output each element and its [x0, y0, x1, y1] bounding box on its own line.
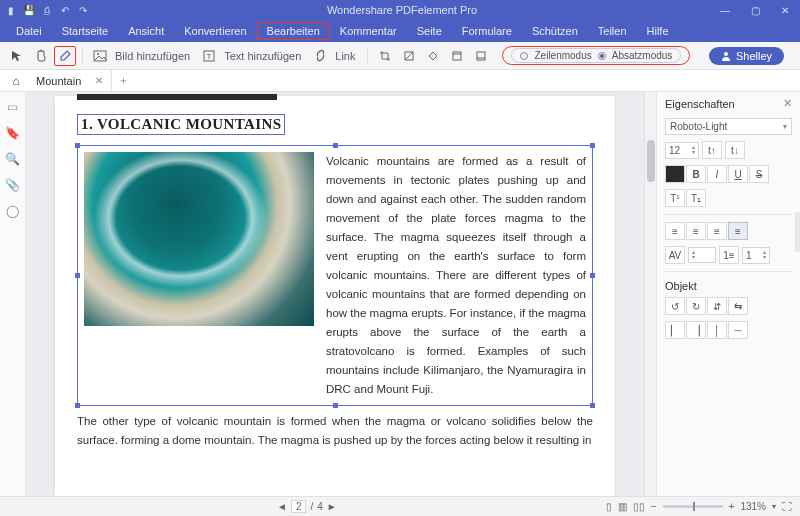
minimize-button[interactable]: —	[710, 0, 740, 20]
rotate-left-button[interactable]: ↺	[665, 297, 685, 315]
text-selection-box[interactable]: Volcanic mountains are formed as a resul…	[77, 145, 593, 406]
add-text-label[interactable]: Text hinzufügen	[222, 50, 307, 62]
thumbnails-icon[interactable]: ▭	[7, 100, 18, 114]
tab-close-icon[interactable]: ✕	[95, 75, 103, 86]
add-tab-button[interactable]: ＋	[112, 70, 134, 91]
edit-tool[interactable]	[54, 46, 76, 66]
save-icon[interactable]: 💾	[22, 3, 36, 17]
shrink-font-button[interactable]: t↓	[725, 141, 745, 159]
subscript-button[interactable]: T₁	[686, 189, 706, 207]
link-label[interactable]: Link	[333, 50, 361, 62]
page-decoration-bar	[77, 94, 277, 100]
menu-seite[interactable]: Seite	[407, 22, 452, 40]
text-icon[interactable]: T	[198, 46, 220, 66]
header-footer-tool[interactable]	[446, 46, 468, 66]
menu-teilen[interactable]: Teilen	[588, 22, 637, 40]
add-image-label[interactable]: Bild hinzufügen	[113, 50, 196, 62]
page-sep: /	[310, 501, 313, 512]
menu-startseite[interactable]: Startseite	[52, 22, 118, 40]
page-next-icon[interactable]: ►	[327, 501, 337, 512]
app-title: Wondershare PDFelement Pro	[94, 4, 710, 16]
flip-horizontal-button[interactable]: ⇆	[728, 297, 748, 315]
obj-align-center-button[interactable]: │	[707, 321, 727, 339]
image-icon[interactable]	[89, 46, 111, 66]
menu-ansicht[interactable]: Ansicht	[118, 22, 174, 40]
page-prev-icon[interactable]: ◄	[277, 501, 287, 512]
canvas-scrollbar[interactable]	[644, 92, 656, 496]
pointer-tool[interactable]	[6, 46, 28, 66]
menu-bearbeiten[interactable]: Bearbeiten	[257, 22, 330, 40]
zoom-out-icon[interactable]: −	[651, 501, 657, 512]
menu-datei[interactable]: Datei	[6, 22, 52, 40]
rotate-right-button[interactable]: ↻	[686, 297, 706, 315]
user-pill[interactable]: Shelley	[709, 47, 784, 65]
font-select[interactable]: Roboto-Light ▾	[665, 118, 792, 135]
document-canvas[interactable]: 1. VOLCANIC MOUNTAINS Volcanic mountains…	[26, 92, 644, 496]
svg-point-10	[724, 52, 728, 56]
comments-icon[interactable]: ◯	[6, 204, 19, 218]
menu-formulare[interactable]: Formulare	[452, 22, 522, 40]
bookmarks-icon[interactable]: 🔖	[5, 126, 20, 140]
document-heading[interactable]: 1. VOLCANIC MOUNTAINS	[77, 114, 285, 135]
titlebar: ▮ 💾 ⎙ ↶ ↷ Wondershare PDFelement Pro — ▢…	[0, 0, 800, 20]
align-left-button[interactable]: ≡	[665, 222, 685, 240]
grow-font-button[interactable]: t↑	[702, 141, 722, 159]
flip-vertical-button[interactable]: ⇵	[707, 297, 727, 315]
page-current-input[interactable]: 2	[291, 500, 307, 513]
print-icon[interactable]: ⎙	[40, 3, 54, 17]
hand-tool[interactable]	[30, 46, 52, 66]
view-continuous-icon[interactable]: ▥	[618, 501, 627, 512]
line-spacing-input[interactable]: 1 ▴▾	[742, 247, 770, 264]
properties-close-icon[interactable]: ✕	[783, 97, 792, 110]
edit-mode-group: Zeilenmodus Absatzmodus	[502, 46, 690, 65]
strikethrough-button[interactable]: S	[749, 165, 769, 183]
view-two-page-icon[interactable]: ▯▯	[633, 501, 645, 512]
home-tab[interactable]: ⌂	[4, 70, 28, 91]
page-total: 4	[317, 501, 323, 512]
attachments-icon[interactable]: 📎	[5, 178, 20, 192]
chevron-down-icon[interactable]: ▾	[772, 502, 776, 511]
document-tab[interactable]: Mountain ✕	[28, 70, 112, 91]
watermark-tool[interactable]	[398, 46, 420, 66]
align-right-button[interactable]: ≡	[707, 222, 727, 240]
obj-align-middle-button[interactable]: ─	[728, 321, 748, 339]
document-paragraph-2[interactable]: The other type of volcanic mountain is f…	[77, 412, 593, 450]
line-spacing-button[interactable]: 1≡	[719, 246, 739, 264]
bates-tool[interactable]	[470, 46, 492, 66]
link-icon[interactable]	[309, 46, 331, 66]
menu-konvertieren[interactable]: Konvertieren	[174, 22, 256, 40]
obj-align-right-button[interactable]: ▕	[686, 321, 706, 339]
search-rail-icon[interactable]: 🔍	[5, 152, 20, 166]
menu-hilfe[interactable]: Hilfe	[637, 22, 679, 40]
zoom-slider[interactable]	[663, 505, 723, 508]
zoom-in-icon[interactable]: +	[729, 501, 735, 512]
background-tool[interactable]	[422, 46, 444, 66]
maximize-button[interactable]: ▢	[740, 0, 770, 20]
close-button[interactable]: ✕	[770, 0, 800, 20]
document-image[interactable]	[84, 152, 314, 326]
view-single-icon[interactable]: ▯	[606, 501, 612, 512]
fullscreen-icon[interactable]: ⛶	[782, 501, 792, 512]
paragraph-mode-label: Absatzmodus	[612, 50, 673, 61]
menu-kommentar[interactable]: Kommentar	[330, 22, 407, 40]
char-spacing-button[interactable]: AV	[665, 246, 685, 264]
italic-button[interactable]: I	[707, 165, 727, 183]
char-spacing-input[interactable]: ▴▾	[688, 247, 716, 263]
paragraph-mode-radio[interactable]	[598, 52, 606, 60]
undo-icon[interactable]: ↶	[58, 3, 72, 17]
font-size-input[interactable]: 12 ▴▾	[665, 142, 699, 159]
menu-schuetzen[interactable]: Schützen	[522, 22, 588, 40]
align-justify-button[interactable]: ≡	[728, 222, 748, 240]
panel-scrollbar[interactable]	[795, 212, 800, 252]
redo-icon[interactable]: ↷	[76, 3, 90, 17]
line-mode-radio[interactable]	[520, 52, 528, 60]
document-paragraph-1[interactable]: Volcanic mountains are formed as a resul…	[326, 152, 586, 399]
bold-button[interactable]: B	[686, 165, 706, 183]
crop-tool[interactable]	[374, 46, 396, 66]
align-center-button[interactable]: ≡	[686, 222, 706, 240]
font-color-button[interactable]	[665, 165, 685, 183]
underline-button[interactable]: U	[728, 165, 748, 183]
obj-align-left-button[interactable]: ▏	[665, 321, 685, 339]
app-icon: ▮	[4, 3, 18, 17]
superscript-button[interactable]: T¹	[665, 189, 685, 207]
